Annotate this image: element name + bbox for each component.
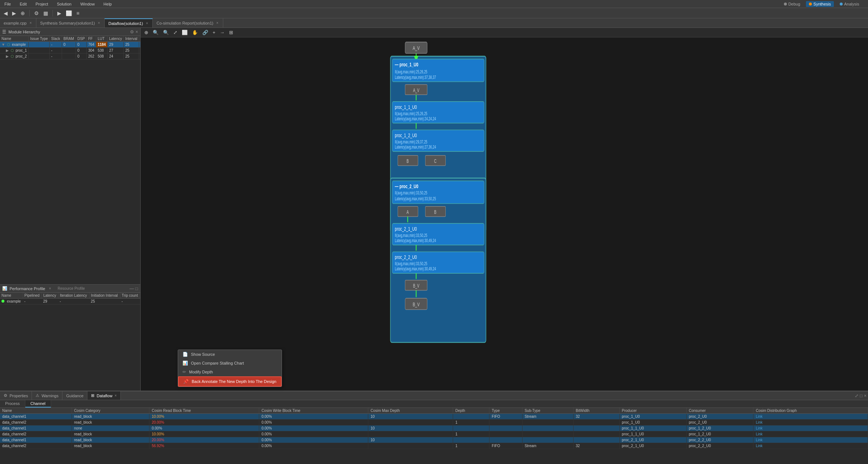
expand-icon[interactable]: ▼	[1, 43, 5, 47]
row-lut: 538	[96, 48, 107, 54]
menu-solution[interactable]: Solution	[55, 1, 73, 7]
guidance-label: Guidance	[66, 394, 83, 398]
channel-tab[interactable]: Channel	[25, 400, 51, 408]
modify-depth-icon: ✏	[182, 369, 186, 375]
row-link[interactable]: Link	[753, 414, 868, 420]
table-row[interactable]: data_channel1 none 0.00% 0.00% 10 proc_1…	[0, 425, 868, 431]
perf-maximize[interactable]: □	[135, 286, 138, 291]
perf-row-trip-count: -	[120, 299, 140, 304]
row-cosim-cat: read_block	[72, 437, 149, 443]
row-max-depth	[368, 443, 453, 449]
row-consumer: proc_2_U0	[686, 414, 753, 420]
row-link[interactable]: Link	[753, 437, 868, 443]
perf-minimize[interactable]: —	[130, 286, 134, 291]
process-tab[interactable]: Process	[0, 400, 25, 408]
table-row[interactable]: ▶ ⬡ proc_1 - 0 304 538 27 25 datafl...	[0, 48, 140, 54]
row-link[interactable]: Link	[753, 431, 868, 437]
row-subtype	[522, 431, 573, 437]
menu-project[interactable]: Project	[34, 1, 50, 7]
tab-cosim[interactable]: Co-simulation Report(solution1) ×	[153, 18, 223, 28]
tab-example-cpp[interactable]: example.cpp ×	[0, 18, 36, 28]
module-hierarchy-close[interactable]: ×	[135, 29, 138, 34]
bottom-tab-properties[interactable]: ⚙ Properties	[0, 391, 32, 400]
toolbar-btn-1[interactable]: ◀	[2, 10, 9, 17]
table-row[interactable]: ▼ ⬡ example - 0 0 764 1184 29 25 datafl.…	[0, 42, 140, 48]
perf-close-icon[interactable]: ×	[49, 286, 51, 291]
toolbar-btn-8[interactable]: ≡	[75, 10, 81, 17]
menu-edit[interactable]: Edit	[18, 1, 28, 7]
menu-help[interactable]: Help	[102, 1, 113, 7]
table-row[interactable]: data_channel1 read_block 20.00% 0.00% 10…	[0, 437, 868, 443]
tab-close-0[interactable]: ×	[29, 21, 32, 25]
menu-file[interactable]: File	[3, 1, 12, 7]
perf-col-name: Name	[0, 293, 23, 299]
col-ff: FF	[87, 36, 96, 42]
toolbar-btn-7[interactable]: ⬜	[64, 10, 73, 17]
context-modify-depth[interactable]: ✏ Modify Depth	[178, 368, 282, 376]
table-row[interactable]: data_channel1 read_block 10.00% 0.00% 10…	[0, 414, 868, 420]
synthesis-label: Synthesis	[813, 2, 831, 6]
col-type: Type	[489, 408, 522, 414]
bottom-tab-warnings[interactable]: ⚠ Warnings	[32, 391, 62, 400]
bottom-tab-dataflow[interactable]: ⊞ Dataflow ×	[87, 391, 121, 400]
context-back-annotate[interactable]: 📌 Back Annotate The New Depth Into The D…	[178, 376, 282, 387]
context-show-source[interactable]: 📄 Show Source	[178, 350, 282, 359]
row-ff: 262	[87, 54, 96, 59]
table-row[interactable]: data_channel2 read_block 10.00% 0.00% 1 …	[0, 431, 868, 437]
debug-tab[interactable]: Debug	[781, 1, 803, 7]
bottom-panel-close[interactable]: ×	[864, 393, 867, 398]
tab-dataflow[interactable]: Dataflow(solution1) ×	[105, 18, 153, 28]
perf-col-iter-latency: Iteration Latency	[58, 293, 89, 299]
row-write-block: 0.00%	[259, 414, 368, 420]
toolbar-btn-6[interactable]: ▶	[56, 10, 63, 17]
row-latency: 29	[108, 42, 124, 48]
svg-text:II(avg,max,min):29,37,25: II(avg,max,min):29,37,25	[395, 140, 427, 145]
show-source-icon: 📄	[182, 352, 188, 357]
module-table-container[interactable]: Name Issue Type Slack BRAM DSP FF LUT La…	[0, 36, 140, 284]
expand-icon[interactable]: ▶	[6, 54, 9, 58]
row-link[interactable]: Link	[753, 443, 868, 449]
toolbar-btn-4[interactable]: ⚙	[33, 10, 40, 17]
toolbar-btn-5[interactable]: ▦	[42, 10, 50, 17]
tab-synthesis-summary[interactable]: Synthesis Summary(solution1) ×	[36, 18, 105, 28]
table-row[interactable]: data_channel2 read_block 56.92% 0.00% 1 …	[0, 443, 868, 449]
perf-row[interactable]: example - 29 - 25 -	[0, 299, 140, 304]
col-lut: LUT	[96, 36, 107, 42]
bottom-tab-guidance[interactable]: Guidance	[62, 391, 87, 400]
row-latency: 27	[108, 48, 124, 54]
toolbar-btn-2[interactable]: ▶	[11, 10, 18, 17]
tab-close-3[interactable]: ×	[216, 21, 219, 25]
module-icon: ⬡	[7, 43, 10, 47]
context-compare-stalling[interactable]: 📊 Open Compare Stalling Chart	[178, 359, 282, 368]
perf-icon: 📊	[2, 286, 7, 291]
properties-label: Properties	[10, 394, 28, 398]
menu-window[interactable]: Window	[79, 1, 96, 7]
module-hierarchy-settings[interactable]: ⚙	[130, 29, 134, 34]
row-type	[489, 437, 522, 443]
tab-close-2[interactable]: ×	[145, 21, 149, 25]
svg-text:B_V: B_V	[413, 301, 420, 308]
synthesis-tab[interactable]: Synthesis	[806, 1, 834, 7]
row-link[interactable]: Link	[753, 420, 868, 425]
row-bram	[62, 54, 76, 59]
table-row[interactable]: ▶ ⬡ proc_2 - 0 262 508 24 25 datafl...	[0, 54, 140, 59]
dataflow-tab-close[interactable]: ×	[115, 394, 117, 398]
bottom-panel-maximize[interactable]: □	[860, 393, 862, 398]
expand-icon[interactable]: ▶	[6, 48, 9, 52]
toolbar-btn-3[interactable]: ⊕	[19, 10, 26, 17]
center-canvas[interactable]: ⊕ 🔍 🔍 ⤢ ⬜ ✋ 🔗 + → ⊞ A_V — proc_1_U0 II(a…	[141, 28, 868, 391]
bottom-panel-expand[interactable]: ⤢	[855, 393, 858, 398]
analysis-tab[interactable]: Analysis	[837, 1, 862, 7]
row-max-depth: 10	[368, 425, 453, 431]
tab-close-1[interactable]: ×	[97, 21, 101, 25]
table-row[interactable]: data_channel2 read_block 20.00% 0.00% 1 …	[0, 420, 868, 425]
editor-tab-bar: example.cpp × Synthesis Summary(solution…	[0, 18, 868, 28]
row-name: data_channel1	[0, 437, 72, 443]
row-link[interactable]: Link	[753, 425, 868, 431]
row-write-block: 0.00%	[259, 431, 368, 437]
module-hierarchy-header: ☰ Module Hierarchy ⚙ ×	[0, 28, 140, 36]
svg-text:II(avg,max,min):25,26,25: II(avg,max,min):25,26,25	[395, 69, 427, 74]
bottom-panel: ⚙ Properties ⚠ Warnings Guidance ⊞ Dataf…	[0, 391, 868, 464]
data-table-wrapper[interactable]: Name Cosim Category Cosim Read Block Tim…	[0, 408, 868, 464]
back-annotate-label: Back Annotate The New Depth Into The Des…	[192, 379, 276, 384]
